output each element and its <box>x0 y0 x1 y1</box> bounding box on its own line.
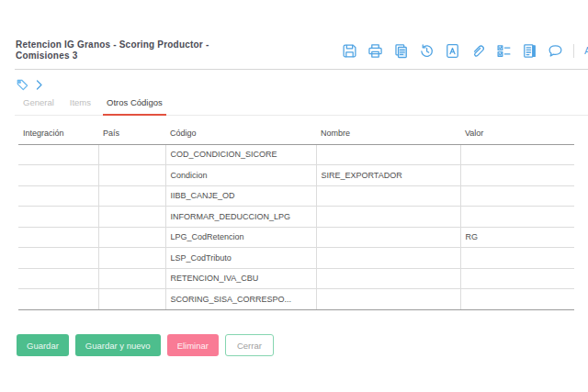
tag-icon[interactable] <box>17 79 28 91</box>
header-divider <box>15 69 588 70</box>
history-icon[interactable] <box>419 43 435 59</box>
table-row[interactable]: Condicion SIRE_EXPORTADOR <box>18 165 574 186</box>
save-icon[interactable] <box>342 43 357 59</box>
cerrar-button[interactable]: Cerrar <box>225 334 274 356</box>
col-header-valor: Valor <box>460 125 574 144</box>
cell-integracion <box>18 207 98 228</box>
tab-general[interactable]: General <box>23 92 54 115</box>
cell-codigo: RETENCION_IVA_CBU <box>165 268 316 289</box>
table-row[interactable]: LPG_CodRetencion RG <box>18 227 574 248</box>
eliminar-button[interactable]: Eliminar <box>167 334 219 356</box>
chevron-right-icon[interactable] <box>36 80 43 90</box>
otros-codigos-table: Integración País Código Nombre Valor COD… <box>18 125 574 310</box>
toolbar: A <box>342 42 588 59</box>
cell-nombre <box>316 227 460 248</box>
comments-icon[interactable] <box>548 43 563 59</box>
cell-valor <box>460 144 574 165</box>
cell-nombre <box>316 207 460 228</box>
cell-integracion <box>18 165 98 186</box>
form-window: Retencion IG Granos - Scoring Productor … <box>0 0 588 392</box>
cell-integracion <box>18 185 98 207</box>
table-row[interactable]: IIBB_CANJE_OD <box>18 185 574 207</box>
notes-icon[interactable] <box>522 43 537 59</box>
tags-bar <box>17 79 43 91</box>
cell-codigo: SCORING_SISA_CORRESPO... <box>165 289 316 310</box>
col-header-integracion: Integración <box>18 125 98 144</box>
cell-valor <box>460 207 574 228</box>
table-row[interactable]: SCORING_SISA_CORRESPO... <box>18 289 574 310</box>
cell-codigo: INFORMAR_DEDUCCION_LPG <box>165 207 316 228</box>
cell-nombre <box>316 185 460 207</box>
cell-pais <box>98 207 165 228</box>
cell-valor: RG <box>460 227 574 248</box>
cell-integracion <box>18 227 98 248</box>
table-row[interactable]: INFORMAR_DEDUCCION_LPG <box>18 207 574 228</box>
cell-nombre <box>316 268 460 289</box>
cell-pais <box>98 248 165 269</box>
export-doc-a-icon[interactable] <box>445 43 460 59</box>
action-bar: Guardar Guardar y nuevo Eliminar Cerrar <box>17 334 274 356</box>
cell-valor <box>460 289 574 310</box>
cell-valor <box>460 248 574 269</box>
cell-codigo: IIBB_CANJE_OD <box>165 185 316 207</box>
cell-codigo: Condicion <box>165 165 316 186</box>
attachment-icon[interactable] <box>470 43 486 59</box>
col-header-pais: País <box>98 125 165 144</box>
cell-valor <box>460 268 574 289</box>
cell-codigo: LSP_CodTributo <box>165 248 316 269</box>
tab-bar: General Items Otros Códigos <box>15 92 588 116</box>
cell-integracion <box>18 289 98 310</box>
guardar-button[interactable]: Guardar <box>17 334 69 356</box>
table-row[interactable]: COD_CONDICION_SICORE <box>18 144 574 165</box>
cell-nombre <box>316 144 460 165</box>
tab-otros-codigos[interactable]: Otros Códigos <box>107 92 163 115</box>
cell-pais <box>98 165 165 186</box>
col-header-codigo: Código <box>165 125 316 144</box>
tab-items[interactable]: Items <box>70 92 91 115</box>
cell-nombre <box>316 289 460 310</box>
cell-nombre <box>316 248 460 269</box>
cell-integracion <box>18 144 98 165</box>
toolbar-divider <box>573 44 574 58</box>
print-icon[interactable] <box>368 43 383 59</box>
cell-codigo: COD_CONDICION_SICORE <box>165 144 316 165</box>
col-header-nombre: Nombre <box>316 125 460 144</box>
cell-integracion <box>18 248 98 269</box>
cell-pais <box>98 185 165 207</box>
cell-codigo: LPG_CodRetencion <box>165 227 316 248</box>
copy-icon[interactable] <box>393 43 409 59</box>
cell-pais <box>98 144 165 165</box>
checklist-icon[interactable] <box>496 43 512 59</box>
table-row[interactable]: RETENCION_IVA_CBU <box>18 268 574 289</box>
page-title: Retencion IG Granos - Scoring Productor … <box>16 39 256 61</box>
toolbar-overflow-letter[interactable]: A <box>584 43 588 59</box>
cell-pais <box>98 227 165 248</box>
cell-integracion <box>18 268 98 289</box>
cell-valor <box>460 185 574 207</box>
table-row[interactable]: LSP_CodTributo <box>18 248 574 269</box>
table-header-row: Integración País Código Nombre Valor <box>18 125 574 144</box>
cell-valor <box>460 165 574 186</box>
cell-nombre: SIRE_EXPORTADOR <box>316 165 460 186</box>
cell-pais <box>98 268 165 289</box>
guardar-y-nuevo-button[interactable]: Guardar y nuevo <box>75 334 161 356</box>
cell-pais <box>98 289 165 310</box>
